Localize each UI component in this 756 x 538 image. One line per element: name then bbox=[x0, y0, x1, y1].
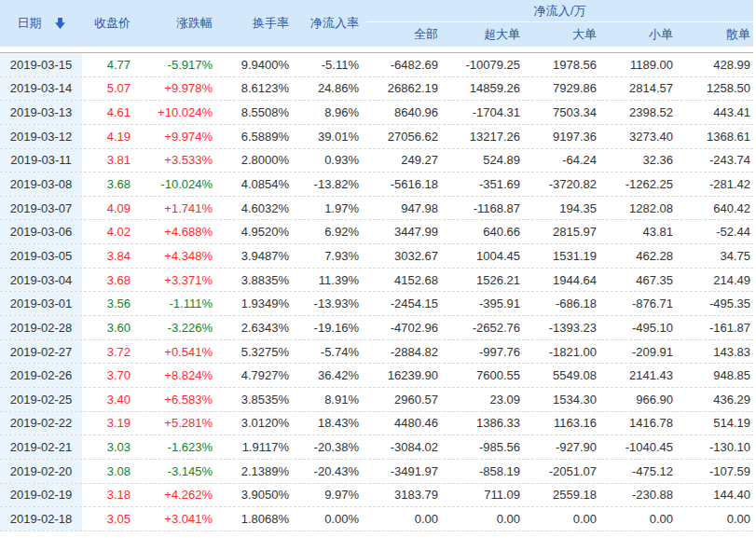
cell-inflow-rate: -13.93% bbox=[296, 292, 366, 315]
cell-all: 3183.79 bbox=[366, 484, 446, 507]
cell-close: 3.70 bbox=[82, 364, 138, 387]
cell-small: -475.12 bbox=[604, 460, 680, 483]
cell-small: -1040.45 bbox=[604, 435, 680, 459]
cell-large: -3720.82 bbox=[528, 172, 604, 196]
table-row: 2019-02-183.05+3.041%1.8068%0.00%0.000.0… bbox=[0, 507, 753, 531]
cell-super-large: -2652.76 bbox=[446, 316, 528, 339]
cell-large: -927.90 bbox=[528, 435, 604, 459]
cell-change: +6.583% bbox=[138, 388, 220, 411]
cell-large: 1978.56 bbox=[528, 53, 604, 76]
cell-super-large: -858.19 bbox=[446, 460, 528, 483]
cell-date: 2019-03-04 bbox=[0, 269, 82, 292]
cell-inflow-rate: 24.86% bbox=[296, 77, 366, 101]
cell-all: 8640.96 bbox=[366, 101, 446, 124]
cell-close: 3.08 bbox=[82, 460, 138, 483]
cell-all: -4702.96 bbox=[366, 316, 446, 339]
cell-date: 2019-03-05 bbox=[0, 244, 82, 268]
cell-turnover: 1.9349% bbox=[220, 292, 296, 315]
column-header-small: 小单 bbox=[604, 22, 680, 47]
cell-turnover: 4.7927% bbox=[220, 364, 296, 387]
cell-turnover: 5.3275% bbox=[220, 340, 296, 364]
cell-super-large: 7600.55 bbox=[446, 364, 528, 387]
cell-date: 2019-03-06 bbox=[0, 220, 82, 243]
cell-super-large: 711.09 bbox=[446, 484, 528, 507]
cell-all: 16239.90 bbox=[366, 364, 446, 387]
cell-super-large: 0.00 bbox=[446, 507, 528, 531]
cell-retail: 514.19 bbox=[680, 412, 753, 435]
cell-small: 467.35 bbox=[604, 269, 680, 292]
cell-retail: 1368.61 bbox=[680, 125, 753, 148]
cell-large: -686.18 bbox=[528, 292, 604, 315]
cell-retail: 428.99 bbox=[680, 53, 753, 76]
cell-date: 2019-03-15 bbox=[0, 53, 82, 76]
cell-all: -2884.82 bbox=[366, 340, 446, 364]
cell-large: 1163.16 bbox=[528, 412, 604, 435]
cell-close: 3.56 bbox=[82, 292, 138, 315]
table-row: 2019-03-154.77-5.917%9.9400%-5.11%-6482.… bbox=[0, 53, 753, 77]
table-row: 2019-02-203.08-3.145%2.1389%-20.43%-3491… bbox=[0, 460, 753, 484]
cell-turnover: 1.9117% bbox=[220, 435, 296, 459]
column-group-net-inflow-label: 净流入/万 bbox=[366, 0, 753, 22]
cell-super-large: -1704.31 bbox=[446, 101, 528, 124]
cell-retail: -495.35 bbox=[680, 292, 753, 315]
column-header-change: 涨跌幅 bbox=[138, 0, 220, 47]
cell-change: +1.741% bbox=[138, 197, 220, 220]
cell-inflow-rate: -13.82% bbox=[296, 172, 366, 196]
cell-small: 2814.57 bbox=[604, 77, 680, 101]
cell-retail: 143.83 bbox=[680, 340, 753, 364]
cell-large: 1944.64 bbox=[528, 269, 604, 292]
cell-close: 3.84 bbox=[82, 244, 138, 268]
cell-date: 2019-02-19 bbox=[0, 484, 82, 507]
cell-close: 3.40 bbox=[82, 388, 138, 411]
cell-super-large: -395.91 bbox=[446, 292, 528, 315]
cell-turnover: 9.9400% bbox=[220, 53, 296, 76]
cell-close: 4.77 bbox=[82, 53, 138, 76]
cell-large: 0.00 bbox=[528, 507, 604, 531]
sort-desc-icon[interactable] bbox=[55, 18, 65, 29]
cell-all: 3447.99 bbox=[366, 220, 446, 243]
table-row: 2019-03-124.19+9.974%6.5889%39.01%27056.… bbox=[0, 125, 753, 149]
net-inflow-subheaders: 全部 超大单 大单 小单 散单 bbox=[366, 22, 753, 47]
table-header: 日期 收盘价 涨跌幅 换手率 净流入率 净流入/万 全部 超大单 大单 小单 散… bbox=[0, 0, 753, 47]
cell-inflow-rate: 6.92% bbox=[296, 220, 366, 243]
table-row: 2019-02-213.03-1.623%1.9117%-20.38%-3084… bbox=[0, 435, 753, 460]
table-row: 2019-03-064.02+4.688%4.9520%6.92%3447.99… bbox=[0, 220, 753, 244]
cell-close: 3.81 bbox=[82, 149, 138, 172]
cell-change: -1.111% bbox=[138, 292, 220, 315]
table-row: 2019-03-013.56-1.111%1.9349%-13.93%-2454… bbox=[0, 292, 753, 316]
cell-inflow-rate: 11.39% bbox=[296, 269, 366, 292]
cell-small: 2141.43 bbox=[604, 364, 680, 387]
cell-retail: 0.00 bbox=[680, 507, 753, 531]
cell-small: 32.36 bbox=[604, 149, 680, 172]
cell-close: 3.03 bbox=[82, 435, 138, 459]
table-row: 2019-03-053.84+4.348%3.9487%7.93%3032.67… bbox=[0, 244, 753, 269]
column-header-date[interactable]: 日期 bbox=[0, 0, 82, 47]
cell-super-large: 640.66 bbox=[446, 220, 528, 243]
cell-large: 9197.36 bbox=[528, 125, 604, 148]
cell-turnover: 2.1389% bbox=[220, 460, 296, 483]
cell-retail: 1258.50 bbox=[680, 77, 753, 101]
cell-small: 2398.52 bbox=[604, 101, 680, 124]
cell-retail: -243.74 bbox=[680, 149, 753, 172]
cell-close: 3.19 bbox=[82, 412, 138, 435]
cell-turnover: 2.8000% bbox=[220, 149, 296, 172]
cell-large: 2815.97 bbox=[528, 220, 604, 243]
cell-inflow-rate: 39.01% bbox=[296, 125, 366, 148]
cell-retail: 34.75 bbox=[680, 244, 753, 268]
table-body: 2019-03-154.77-5.917%9.9400%-5.11%-6482.… bbox=[0, 52, 753, 531]
cell-inflow-rate: 8.91% bbox=[296, 388, 366, 411]
cell-large: -1393.23 bbox=[528, 316, 604, 339]
cell-small: 0.00 bbox=[604, 507, 680, 531]
column-header-date-label: 日期 bbox=[18, 15, 42, 32]
cell-inflow-rate: -20.43% bbox=[296, 460, 366, 483]
cell-change: +5.281% bbox=[138, 412, 220, 435]
table-row: 2019-02-253.40+6.583%3.8535%8.91%2960.57… bbox=[0, 388, 753, 412]
cell-large: -1821.00 bbox=[528, 340, 604, 364]
cell-change: -10.024% bbox=[138, 172, 220, 196]
cell-change: +3.041% bbox=[138, 507, 220, 531]
cell-turnover: 3.8535% bbox=[220, 388, 296, 411]
cell-retail: -107.59 bbox=[680, 460, 753, 483]
column-header-turnover: 换手率 bbox=[220, 0, 296, 47]
cell-inflow-rate: 18.43% bbox=[296, 412, 366, 435]
cell-turnover: 3.8835% bbox=[220, 269, 296, 292]
